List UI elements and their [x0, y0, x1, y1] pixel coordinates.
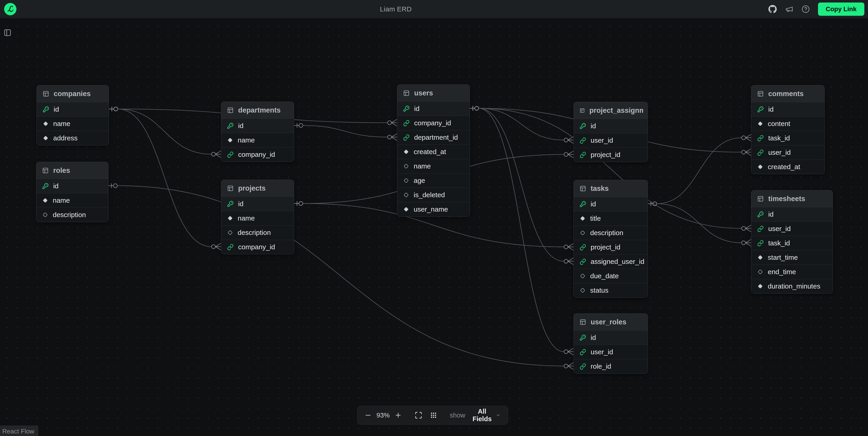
field-row-roles-name[interactable]: name	[36, 193, 108, 208]
field-row-departments-company_id[interactable]: company_id	[221, 147, 294, 162]
erd-table-timesheets[interactable]: timesheetsiduser_idtask_idstart_timeend_…	[751, 190, 833, 293]
field-row-user_roles-id[interactable]: id	[574, 330, 648, 345]
field-row-projects-name[interactable]: name	[221, 211, 294, 225]
liam-erd-app: companiesidnameaddressrolesidnamedescrip…	[0, 0, 868, 436]
field-row-timesheets-task_id[interactable]: task_id	[751, 236, 833, 250]
field-row-comments-id[interactable]: id	[751, 102, 825, 117]
field-row-companies-name[interactable]: name	[37, 117, 109, 131]
zoom-out-button[interactable]	[364, 412, 372, 419]
zoom-level-value: 93%	[376, 412, 390, 419]
react-flow-attribution[interactable]: React Flow	[0, 426, 38, 436]
field-row-users-name[interactable]: name	[397, 159, 470, 173]
field-row-users-company_id[interactable]: company_id	[397, 116, 470, 130]
erd-table-user_roles[interactable]: user_rolesiduser_idrole_id	[574, 313, 648, 374]
field-row-timesheets-id[interactable]: id	[751, 207, 833, 221]
field-row-project_assignments-user_id[interactable]: user_id	[574, 133, 648, 148]
field-row-tasks-due_date[interactable]: due_date	[574, 269, 648, 283]
field-name: id	[54, 105, 59, 113]
table-header[interactable]: users	[397, 85, 470, 101]
field-name: name	[53, 120, 70, 128]
field-row-projects-description[interactable]: description	[221, 225, 294, 240]
field-row-timesheets-duration_minutes[interactable]: duration_minutes	[751, 279, 833, 293]
field-row-users-id[interactable]: id	[397, 101, 470, 116]
field-row-tasks-project_id[interactable]: project_id	[574, 240, 648, 254]
nullable-diamond-icon	[227, 230, 233, 236]
field-row-users-user_name[interactable]: user_name	[397, 202, 470, 216]
table-header[interactable]: departments	[221, 102, 294, 119]
liam-logo[interactable]: ℒ	[4, 3, 17, 15]
field-row-companies-address[interactable]: address	[37, 131, 109, 145]
field-row-timesheets-start_time[interactable]: start_time	[751, 250, 833, 264]
table-header[interactable]: timesheets	[751, 190, 833, 207]
erd-table-companies[interactable]: companiesidnameaddress	[36, 85, 109, 146]
field-name: assigned_user_id	[591, 258, 644, 266]
table-name: timesheets	[768, 195, 805, 203]
field-row-projects-id[interactable]: id	[221, 196, 294, 211]
field-row-departments-id[interactable]: id	[221, 119, 294, 133]
plus-icon	[395, 412, 402, 419]
field-row-roles-description[interactable]: description	[36, 208, 108, 222]
tidy-up-button[interactable]	[430, 412, 437, 419]
field-row-user_roles-role_id[interactable]: role_id	[574, 359, 648, 373]
table-header[interactable]: roles	[36, 162, 108, 179]
erd-table-project_assignments[interactable]: project_assignme…iduser_idproject_id	[574, 102, 648, 162]
help-button[interactable]	[802, 5, 810, 13]
zoom-in-button[interactable]	[395, 412, 402, 419]
copy-link-button[interactable]: Copy Link	[818, 2, 864, 16]
field-name: project_id	[591, 151, 620, 159]
fit-view-button[interactable]	[414, 411, 422, 419]
table-header[interactable]: user_roles	[574, 314, 648, 330]
field-row-comments-content[interactable]: content	[751, 117, 825, 131]
erd-table-users[interactable]: usersidcompany_iddepartment_idcreated_at…	[397, 85, 470, 217]
field-row-tasks-assigned_user_id[interactable]: assigned_user_id	[574, 254, 648, 269]
erd-table-departments[interactable]: departmentsidnamecompany_id	[221, 101, 294, 162]
field-row-comments-task_id[interactable]: task_id	[751, 131, 825, 145]
nullable-diamond-icon	[403, 178, 409, 184]
nullable-diamond-icon	[757, 269, 763, 275]
field-name: id	[591, 200, 596, 208]
field-row-departments-name[interactable]: name	[221, 133, 294, 147]
foreign-key-icon	[580, 258, 586, 265]
panel-left-icon	[4, 29, 11, 36]
field-row-companies-id[interactable]: id	[37, 102, 109, 117]
announcements-button[interactable]	[785, 5, 793, 13]
field-row-tasks-status[interactable]: status	[574, 283, 648, 298]
table-header[interactable]: companies	[37, 85, 109, 102]
foreign-key-icon	[757, 240, 764, 246]
field-row-timesheets-end_time[interactable]: end_time	[751, 264, 833, 279]
field-row-users-created_at[interactable]: created_at	[397, 145, 470, 159]
table-header[interactable]: tasks	[574, 180, 648, 197]
table-name: project_assignme…	[589, 106, 643, 115]
erd-table-comments[interactable]: commentsidcontenttask_iduser_idcreated_a…	[751, 85, 825, 174]
field-row-comments-user_id[interactable]: user_id	[751, 145, 825, 160]
field-row-project_assignments-id[interactable]: id	[574, 119, 648, 133]
filled-diamond-icon	[227, 137, 233, 143]
nullable-diamond-icon	[42, 212, 48, 218]
field-row-user_roles-user_id[interactable]: user_id	[574, 345, 648, 359]
erd-table-tasks[interactable]: tasksidtitledescriptionproject_idassigne…	[574, 180, 648, 298]
erd-canvas[interactable]	[0, 18, 868, 436]
field-row-users-age[interactable]: age	[397, 173, 470, 188]
erd-table-projects[interactable]: projectsidnamedescriptioncompany_id	[221, 180, 294, 254]
field-row-users-is_deleted[interactable]: is_deleted	[397, 188, 470, 202]
field-row-projects-company_id[interactable]: company_id	[221, 240, 294, 254]
field-row-tasks-title[interactable]: title	[574, 211, 648, 225]
field-row-tasks-description[interactable]: description	[574, 225, 648, 240]
filled-diamond-icon	[757, 121, 763, 127]
table-header[interactable]: projects	[221, 180, 294, 196]
field-row-comments-created_at[interactable]: created_at	[751, 160, 825, 174]
field-row-users-department_id[interactable]: department_id	[397, 130, 470, 145]
field-row-project_assignments-project_id[interactable]: project_id	[574, 148, 648, 162]
erd-table-roles[interactable]: rolesidnamedescription	[36, 162, 108, 222]
field-row-roles-id[interactable]: id	[36, 179, 108, 193]
field-name: task_id	[768, 134, 790, 142]
field-name: id	[238, 200, 243, 208]
fields-filter-value: All Fields	[472, 408, 493, 423]
table-header[interactable]: project_assignme…	[574, 102, 648, 119]
github-button[interactable]	[768, 5, 777, 13]
show-fields-select[interactable]: All Fields	[470, 407, 502, 423]
field-row-timesheets-user_id[interactable]: user_id	[751, 221, 833, 236]
table-header[interactable]: comments	[751, 85, 825, 102]
sidebar-toggle-button[interactable]	[4, 29, 11, 37]
field-row-tasks-id[interactable]: id	[574, 197, 648, 211]
